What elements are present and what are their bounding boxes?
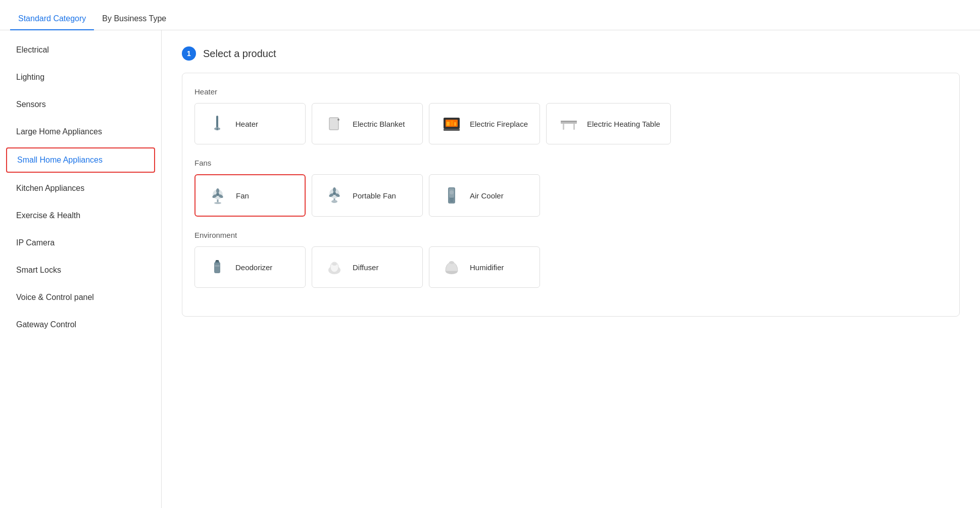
svg-rect-12 bbox=[561, 121, 577, 122]
environment-product-grid: Deodorizer Diffuser bbox=[194, 246, 947, 288]
product-card-fan[interactable]: Fan bbox=[194, 174, 306, 217]
product-label-electric-heating-table: Electric Heating Table bbox=[587, 120, 660, 128]
sidebar-item-electrical[interactable]: Electrical bbox=[0, 36, 161, 64]
sidebar-item-large-home[interactable]: Large Home Appliances bbox=[0, 118, 161, 145]
electric-blanket-icon bbox=[322, 112, 347, 136]
fan-icon bbox=[206, 183, 230, 208]
product-label-electric-fireplace: Electric Fireplace bbox=[470, 120, 528, 128]
svg-point-24 bbox=[333, 187, 336, 192]
product-card-humidifier[interactable]: Humidifier bbox=[429, 246, 540, 288]
product-card-air-cooler[interactable]: Air Cooler bbox=[429, 174, 540, 217]
sidebar-item-lighting[interactable]: Lighting bbox=[0, 64, 161, 91]
category-heater-label: Heater bbox=[194, 87, 947, 96]
svg-point-40 bbox=[332, 263, 337, 266]
product-container: Heater Heater bbox=[182, 73, 960, 317]
svg-rect-8 bbox=[451, 121, 453, 126]
svg-rect-10 bbox=[444, 129, 460, 131]
product-label-deodorizer: Deodorizer bbox=[235, 263, 272, 272]
svg-rect-13 bbox=[563, 124, 564, 130]
svg-point-4 bbox=[337, 119, 339, 121]
diffuser-icon bbox=[322, 255, 347, 279]
tab-bar: Standard Category By Business Type bbox=[0, 0, 980, 30]
product-card-portable-fan[interactable]: Portable Fan bbox=[312, 174, 423, 217]
tab-by-business-type[interactable]: By Business Type bbox=[94, 14, 174, 30]
svg-rect-37 bbox=[215, 265, 220, 267]
product-card-diffuser[interactable]: Diffuser bbox=[312, 246, 423, 288]
deodorizer-icon bbox=[205, 255, 229, 279]
product-card-electric-fireplace[interactable]: Electric Fireplace bbox=[429, 103, 540, 144]
product-label-electric-blanket: Electric Blanket bbox=[353, 120, 405, 128]
sidebar-item-small-home[interactable]: Small Home Appliances bbox=[6, 147, 155, 173]
humidifier-icon bbox=[439, 255, 464, 279]
svg-rect-7 bbox=[447, 122, 450, 126]
svg-point-17 bbox=[216, 188, 219, 193]
svg-rect-9 bbox=[454, 122, 456, 126]
heater-product-grid: Heater Electric Blanket bbox=[194, 103, 947, 144]
category-environment: Environment Deodorizer bbox=[194, 231, 947, 288]
product-label-air-cooler: Air Cooler bbox=[470, 191, 504, 200]
svg-point-21 bbox=[214, 202, 221, 204]
tab-standard-category[interactable]: Standard Category bbox=[10, 14, 94, 30]
product-card-deodorizer[interactable]: Deodorizer bbox=[194, 246, 306, 288]
category-heater: Heater Heater bbox=[194, 87, 947, 144]
sidebar-item-ip-camera[interactable]: IP Camera bbox=[0, 229, 161, 257]
heater-icon bbox=[205, 112, 229, 136]
portable-fan-icon bbox=[322, 183, 347, 208]
category-fans: Fans bbox=[194, 159, 947, 217]
sidebar-item-exercise[interactable]: Exercise & Health bbox=[0, 202, 161, 229]
category-environment-label: Environment bbox=[194, 231, 947, 239]
svg-point-28 bbox=[331, 200, 337, 203]
product-label-fan: Fan bbox=[236, 191, 249, 200]
product-card-electric-heating-table[interactable]: Electric Heating Table bbox=[546, 103, 671, 144]
sidebar-item-kitchen[interactable]: Kitchen Appliances bbox=[0, 175, 161, 202]
svg-rect-0 bbox=[216, 116, 218, 128]
product-card-heater[interactable]: Heater bbox=[194, 103, 306, 144]
sidebar: Electrical Lighting Sensors Large Home A… bbox=[0, 30, 162, 508]
product-label-diffuser: Diffuser bbox=[353, 263, 378, 272]
svg-point-42 bbox=[449, 261, 454, 264]
sidebar-item-voice-control[interactable]: Voice & Control panel bbox=[0, 284, 161, 311]
category-fans-label: Fans bbox=[194, 159, 947, 167]
product-label-heater: Heater bbox=[235, 120, 258, 128]
svg-rect-34 bbox=[214, 262, 220, 273]
product-card-electric-blanket[interactable]: Electric Blanket bbox=[312, 103, 423, 144]
fans-product-grid: Fan bbox=[194, 174, 947, 217]
step-badge: 1 bbox=[182, 46, 196, 61]
svg-point-33 bbox=[450, 190, 454, 194]
main-layout: Electrical Lighting Sensors Large Home A… bbox=[0, 30, 980, 508]
svg-rect-14 bbox=[573, 124, 575, 130]
svg-rect-36 bbox=[216, 260, 219, 262]
sidebar-item-gateway[interactable]: Gateway Control bbox=[0, 311, 161, 338]
content-area: 1 Select a product Heater bbox=[162, 30, 980, 508]
svg-rect-2 bbox=[217, 128, 218, 130]
svg-rect-31 bbox=[450, 198, 454, 199]
step-title: Select a product bbox=[203, 48, 276, 60]
step-header: 1 Select a product bbox=[182, 46, 960, 61]
electric-fireplace-icon bbox=[439, 112, 464, 136]
product-label-portable-fan: Portable Fan bbox=[353, 191, 396, 200]
product-label-humidifier: Humidifier bbox=[470, 263, 504, 272]
svg-rect-32 bbox=[450, 200, 453, 201]
air-cooler-icon bbox=[439, 183, 464, 208]
svg-rect-3 bbox=[329, 118, 338, 130]
sidebar-item-smart-locks[interactable]: Smart Locks bbox=[0, 257, 161, 284]
sidebar-item-sensors[interactable]: Sensors bbox=[0, 91, 161, 118]
electric-heating-table-icon bbox=[557, 112, 581, 136]
